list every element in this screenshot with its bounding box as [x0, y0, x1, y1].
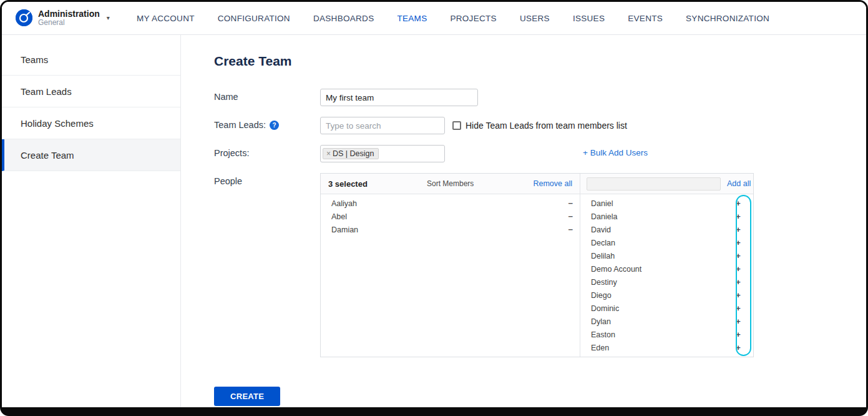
available-member-row: Eden +: [580, 341, 753, 354]
available-member-row: Diego +: [580, 289, 753, 302]
main-content: Create Team Name Team Leads: ?: [181, 35, 866, 407]
add-member-icon[interactable]: +: [733, 199, 744, 208]
projects-label: Projects:: [214, 145, 320, 158]
app-window: Administration General ▾ MY ACCOUNT CONF…: [0, 0, 868, 416]
app-body: Teams Team Leads Holiday Schemes Create …: [2, 35, 866, 407]
team-leads-label: Team Leads: ?: [214, 117, 320, 130]
add-member-icon[interactable]: +: [733, 290, 744, 300]
nav-item[interactable]: USERS: [520, 14, 550, 23]
add-member-icon[interactable]: +: [733, 212, 744, 221]
app-subtitle: General: [38, 19, 100, 27]
nav-item[interactable]: DASHBOARDS: [313, 14, 374, 23]
selected-members-list: Aaliyah − Abel −: [321, 194, 580, 357]
member-name: Delilah: [591, 252, 733, 260]
available-member-row: David +: [580, 223, 753, 236]
sidebar-item[interactable]: Teams: [2, 44, 180, 76]
add-all-link[interactable]: Add all: [727, 179, 751, 188]
available-panel-header: Add all: [580, 174, 757, 194]
member-name: Declan: [591, 239, 733, 247]
available-member-row: Daniela +: [580, 210, 753, 223]
remove-all-link[interactable]: Remove all: [533, 179, 572, 188]
selected-member-row: Damian −: [321, 223, 580, 236]
app-title-block: Administration General: [38, 9, 100, 27]
add-member-icon[interactable]: +: [733, 317, 744, 326]
top-bar: Administration General ▾ MY ACCOUNT CONF…: [2, 2, 866, 35]
add-member-icon[interactable]: +: [733, 238, 744, 247]
available-members-list: Daniel + Daniela +: [580, 194, 753, 357]
nav-item[interactable]: PROJECTS: [450, 14, 496, 23]
nav-item[interactable]: SYNCHRONIZATION: [686, 14, 769, 23]
member-name: Daniela: [591, 212, 733, 221]
available-member-row: Dylan +: [580, 315, 753, 328]
remove-member-icon[interactable]: −: [568, 199, 573, 208]
app-logo-icon: [16, 9, 32, 26]
member-name: Demo Account: [591, 265, 733, 274]
bulk-add-users-link[interactable]: + Bulk Add Users: [583, 145, 648, 157]
nav-item[interactable]: EVENTS: [628, 14, 663, 23]
main-nav: MY ACCOUNT CONFIGURATION DASHBOARDS TEAM…: [137, 14, 769, 23]
add-member-icon[interactable]: +: [733, 264, 744, 274]
add-member-icon[interactable]: +: [733, 251, 744, 260]
hide-leads-checkbox-label: Hide Team Leads from team members list: [466, 121, 627, 131]
add-member-icon[interactable]: +: [733, 330, 744, 339]
hide-leads-checkbox[interactable]: [452, 121, 461, 130]
picker-body: Aaliyah − Abel −: [321, 194, 753, 357]
sidebar: Teams Team Leads Holiday Schemes Create …: [2, 35, 181, 407]
sort-members-button[interactable]: Sort Members: [427, 179, 474, 188]
selected-count: 3 selected: [328, 179, 368, 189]
name-label: Name: [214, 89, 320, 102]
add-member-icon[interactable]: +: [733, 343, 744, 352]
sidebar-item[interactable]: Create Team: [2, 139, 180, 171]
name-row: Name: [214, 89, 648, 106]
remove-member-icon[interactable]: −: [568, 225, 573, 234]
member-name: Dylan: [591, 317, 733, 326]
hide-leads-checkbox-group: Hide Team Leads from team members list: [452, 117, 627, 131]
member-name: Dominic: [591, 304, 733, 313]
available-member-row: Dominic +: [580, 302, 753, 315]
available-members-rows: Daniel + Daniela +: [580, 197, 753, 354]
picker-header: 3 selected Sort Members Remove all Add a…: [321, 174, 753, 194]
add-member-icon[interactable]: +: [733, 277, 744, 287]
member-name: Destiny: [591, 278, 733, 287]
remove-tag-icon[interactable]: ×: [326, 149, 331, 158]
selected-panel-header: 3 selected Sort Members Remove all: [321, 174, 580, 194]
help-icon[interactable]: ?: [270, 121, 279, 130]
member-search-input[interactable]: [587, 177, 721, 191]
team-leads-search-input[interactable]: [320, 117, 445, 134]
available-member-row: Demo Account +: [580, 262, 753, 275]
app-switcher[interactable]: Administration General ▾: [16, 9, 120, 27]
people-label: People: [214, 173, 320, 186]
nav-item[interactable]: MY ACCOUNT: [137, 14, 195, 23]
member-name: Daniel: [591, 199, 733, 208]
member-name: Eden: [591, 344, 733, 352]
member-name: Easton: [591, 330, 733, 339]
project-tag-label: DS | Design: [333, 149, 374, 158]
nav-item[interactable]: ISSUES: [573, 14, 605, 23]
member-name: David: [591, 225, 733, 234]
sidebar-item[interactable]: Team Leads: [2, 76, 180, 107]
available-member-row: Destiny +: [580, 275, 753, 289]
member-name: Abel: [331, 212, 568, 221]
available-member-row: Easton +: [580, 328, 753, 341]
member-name: Damian: [331, 225, 568, 234]
team-leads-label-text: Team Leads:: [214, 120, 266, 130]
available-member-row: Declan +: [580, 236, 753, 249]
remove-member-icon[interactable]: −: [568, 212, 573, 221]
projects-tag-input[interactable]: × DS | Design: [320, 145, 445, 162]
chevron-down-icon: ▾: [107, 14, 110, 21]
projects-row: Projects: × DS | Design + Bulk Add Users: [214, 145, 648, 162]
member-name: Diego: [591, 291, 733, 300]
team-name-input[interactable]: [320, 89, 478, 106]
create-button[interactable]: CREATE: [214, 387, 280, 406]
sidebar-item[interactable]: Holiday Schemes: [2, 107, 180, 139]
nav-item[interactable]: TEAMS: [397, 14, 427, 23]
app-title: Administration: [38, 9, 100, 19]
add-member-icon[interactable]: +: [733, 225, 744, 234]
create-team-form: Name Team Leads: ? Hide T: [214, 89, 648, 357]
project-tag: × DS | Design: [323, 148, 379, 159]
available-member-row: Daniel +: [580, 197, 753, 210]
nav-item[interactable]: CONFIGURATION: [218, 14, 290, 23]
available-member-row: Delilah +: [580, 249, 753, 262]
member-name: Aaliyah: [331, 199, 568, 208]
add-member-icon[interactable]: +: [733, 304, 744, 313]
